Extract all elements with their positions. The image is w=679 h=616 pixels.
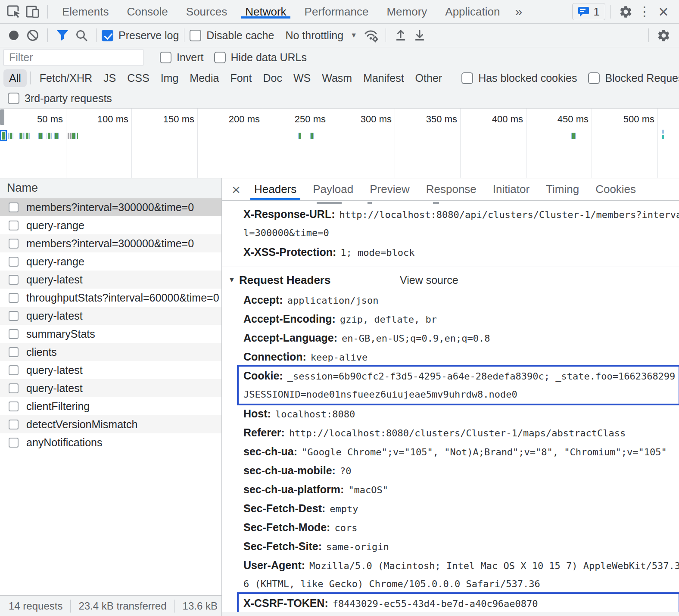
request-checkbox[interactable] [9,275,19,285]
request-checkbox[interactable] [9,311,19,321]
tab-memory[interactable]: Memory [377,5,436,19]
settings-button[interactable] [616,2,635,21]
type-filter-doc[interactable]: Doc [257,69,287,87]
request-checkbox[interactable] [9,293,19,303]
disable-cache-checkbox[interactable] [190,30,201,41]
type-filter-wasm[interactable]: Wasm [316,69,358,87]
type-filter-media[interactable]: Media [184,69,224,87]
invert-label[interactable]: Invert [177,51,204,64]
network-conditions-button[interactable] [361,26,380,45]
request-checkbox[interactable] [9,347,19,357]
request-checkbox[interactable] [9,365,19,375]
preserve-log-label[interactable]: Preserve log [118,29,179,42]
request-headers-section[interactable]: ▼ Request Headers View source [227,270,679,290]
overview-tick-label: 250 ms [295,114,326,125]
name-column-header[interactable]: Name [0,178,221,198]
type-filter-fetch-xhr[interactable]: Fetch/XHR [34,69,98,87]
request-row[interactable]: query-latest [0,379,221,397]
detail-tab-initiator[interactable]: Initiator [485,178,538,200]
request-checkbox[interactable] [9,221,19,230]
filter-toggle-button[interactable] [53,26,72,45]
close-devtools-button[interactable]: × [654,2,673,21]
third-party-checkbox[interactable] [8,93,19,104]
import-har-button[interactable] [391,26,410,45]
detail-tab-response[interactable]: Response [418,178,485,200]
request-checkbox[interactable] [9,239,19,249]
tab-network[interactable]: Network [236,5,295,19]
type-filter-font[interactable]: Font [224,69,257,87]
request-row[interactable]: clientFiltering [0,397,221,415]
tab-performance[interactable]: Performance [296,5,378,19]
request-row[interactable]: query-latest [0,307,221,325]
disable-cache-label[interactable]: Disable cache [206,29,274,42]
overflow-menu-button[interactable]: ⋮ [635,2,654,21]
detail-tab-timing[interactable]: Timing [538,178,587,200]
collapse-triangle-icon[interactable]: ▼ [227,276,236,284]
detail-tab-payload[interactable]: Payload [305,178,361,200]
request-row[interactable]: query-latest [0,361,221,379]
request-row[interactable]: detectVersionMismatch [0,415,221,433]
hide-data-urls-label[interactable]: Hide data URLs [231,51,307,64]
more-tabs-button[interactable]: » [509,4,529,19]
invert-checkbox[interactable] [160,52,171,63]
horizontal-scrollbar[interactable] [222,612,679,616]
request-checkbox[interactable] [9,438,19,448]
request-checkbox[interactable] [9,401,19,411]
request-row[interactable]: summaryStats [0,325,221,343]
request-row[interactable]: members?interval=300000&time=0 [0,234,221,252]
overview-left-handle[interactable] [0,109,4,125]
request-row[interactable]: clients [0,343,221,361]
blocked-requests-label[interactable]: Blocked Requests [605,72,679,84]
throttling-select[interactable]: No throttling [285,29,343,42]
hide-data-urls-checkbox[interactable] [214,52,226,63]
waterfall-mark [311,133,313,139]
request-row[interactable]: anyNotifications [0,433,221,451]
preserve-log-checkbox[interactable] [102,30,113,41]
request-row[interactable]: members?interval=300000&time=0 [0,198,221,216]
divider [648,28,649,42]
tab-elements[interactable]: Elements [53,5,118,19]
request-name: members?interval=300000&time=0 [26,237,194,250]
detail-tab-preview[interactable]: Preview [361,178,417,200]
request-checkbox[interactable] [9,329,19,339]
type-filter-manifest[interactable]: Manifest [358,69,409,87]
detail-tab-cookies[interactable]: Cookies [587,178,644,200]
request-checkbox[interactable] [9,257,19,267]
type-filter-all[interactable]: All [3,69,27,87]
filter-input[interactable] [3,50,143,65]
record-network-log-button[interactable] [4,26,23,45]
tab-console[interactable]: Console [118,5,177,19]
export-har-button[interactable] [410,26,429,45]
type-filter-js[interactable]: JS [98,69,121,87]
view-source-button[interactable]: View source [400,274,458,286]
inspect-element-button[interactable] [4,2,23,21]
issues-counter[interactable]: 1 [572,3,605,20]
close-details-button[interactable]: × [226,182,246,197]
chevron-down-icon[interactable]: ▼ [350,31,357,39]
device-toolbar-button[interactable] [23,2,42,21]
type-filter-css[interactable]: CSS [121,69,155,87]
network-settings-button[interactable] [654,26,673,45]
request-row[interactable]: throughputStats?interval=60000&time=0 [0,289,221,307]
detail-tab-headers[interactable]: Headers [246,178,305,200]
type-filter-ws[interactable]: WS [288,69,316,87]
request-name: members?interval=300000&time=0 [26,201,194,214]
tab-application[interactable]: Application [436,5,509,19]
request-checkbox[interactable] [9,202,19,212]
has-blocked-cookies-label[interactable]: Has blocked cookies [478,72,577,84]
search-button[interactable] [72,26,91,45]
request-row[interactable]: query-latest [0,271,221,289]
clear-network-log-button[interactable] [23,26,42,45]
request-checkbox[interactable] [9,383,19,393]
blocked-requests-checkbox[interactable] [588,72,600,84]
request-checkbox[interactable] [9,420,19,429]
type-filter-other[interactable]: Other [410,69,448,87]
third-party-label[interactable]: 3rd-party requests [25,92,112,105]
has-blocked-cookies-checkbox[interactable] [461,72,473,84]
tab-sources[interactable]: Sources [177,5,236,19]
network-overview-timeline[interactable]: 50 ms100 ms150 ms200 ms250 ms300 ms350 m… [0,109,679,178]
request-row[interactable]: query-range [0,216,221,234]
type-filter-img[interactable]: Img [155,69,184,87]
request-row[interactable]: query-range [0,252,221,271]
overview-gridline [131,109,132,178]
